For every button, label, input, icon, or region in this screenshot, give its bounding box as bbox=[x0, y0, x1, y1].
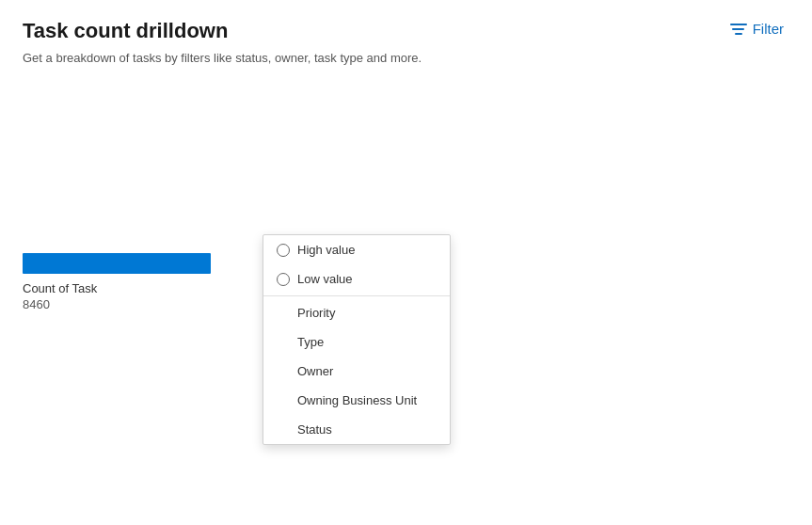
dropdown-item-priority[interactable]: Priority bbox=[263, 298, 450, 327]
dropdown-item-owner[interactable]: Owner bbox=[263, 357, 450, 386]
bar-container: Count of Task 8460 bbox=[23, 253, 211, 311]
dropdown-item-type[interactable]: Type bbox=[263, 327, 450, 357]
dropdown-item-status[interactable]: Status bbox=[263, 415, 450, 444]
filter-button[interactable]: Filter bbox=[724, 19, 789, 39]
filter-label: Filter bbox=[753, 21, 784, 37]
dropdown-label-type: Type bbox=[297, 335, 324, 349]
dropdown-label-owner: Owner bbox=[297, 364, 333, 378]
dropdown-label-low-value: Low value bbox=[297, 272, 353, 286]
dropdown-item-low-value[interactable]: Low value bbox=[263, 264, 450, 294]
radio-icon-low-value bbox=[277, 273, 290, 286]
chart-bar bbox=[23, 253, 211, 274]
dropdown-label-priority: Priority bbox=[297, 306, 335, 320]
dropdown-item-owning-business-unit[interactable]: Owning Business Unit bbox=[263, 386, 450, 415]
dropdown-label-owning-business-unit: Owning Business Unit bbox=[297, 393, 417, 407]
radio-icon-high-value bbox=[277, 244, 290, 257]
dropdown-item-high-value[interactable]: High value bbox=[263, 235, 450, 264]
dropdown-menu: High value Low value Priority Type Owner bbox=[263, 234, 451, 445]
dropdown-divider bbox=[263, 295, 450, 296]
page-title: Task count drilldown bbox=[23, 19, 228, 43]
bar-value: 8460 bbox=[23, 297, 50, 311]
header-row: Task count drilldown Filter bbox=[23, 19, 789, 43]
filter-icon bbox=[730, 24, 747, 35]
chart-area: Count of Task 8460 High value Low value … bbox=[23, 253, 789, 311]
page-subtitle: Get a breakdown of tasks by filters like… bbox=[23, 51, 789, 65]
page-container: Task count drilldown Filter Get a breakd… bbox=[0, 0, 812, 525]
dropdown-label-status: Status bbox=[297, 422, 332, 437]
dropdown-label-high-value: High value bbox=[297, 243, 355, 257]
bar-label: Count of Task bbox=[23, 281, 97, 295]
